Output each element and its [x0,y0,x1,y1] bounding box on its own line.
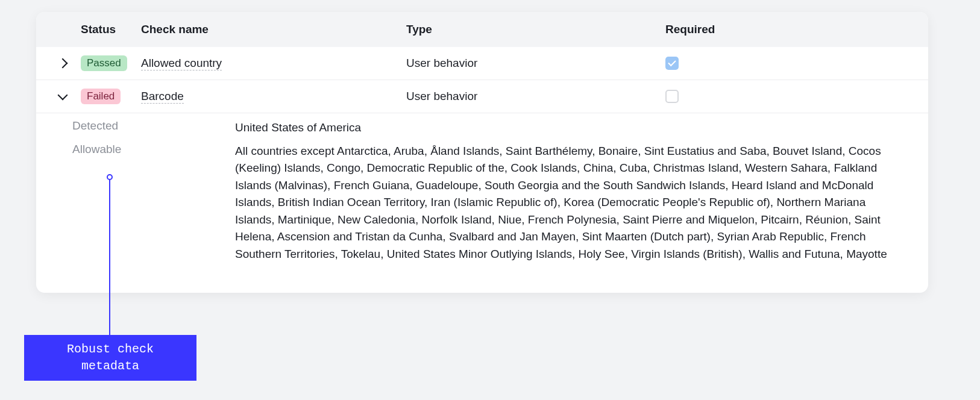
row-details: Detected United States of America Allowa… [36,113,928,293]
expand-toggle[interactable] [45,94,81,99]
table-row: Passed Allowed country User behavior [36,47,928,80]
col-status: Status [81,23,141,36]
annotation-anchor-dot [107,174,113,180]
check-type: User behavior [406,90,665,103]
status-badge: Passed [81,55,127,71]
detail-label: Allowable [72,143,235,156]
chevron-right-icon [58,58,68,69]
expand-toggle[interactable] [45,60,81,67]
required-checkbox[interactable] [665,90,679,103]
required-checkbox[interactable] [665,57,679,70]
detail-row-allowable: Allowable All countries except Antarctic… [72,143,916,263]
checks-card: Status Check name Type Required Passed A… [36,12,928,293]
annotation-leader-line [109,177,110,335]
detail-value: United States of America [235,119,916,137]
detail-label: Detected [72,119,235,133]
detail-value: All countries except Antarctica, Aruba, … [235,143,916,263]
col-required: Required [665,23,916,36]
table-row: Failed Barcode User behavior [36,80,928,113]
table-header-row: Status Check name Type Required [36,12,928,47]
check-name-link[interactable]: Allowed country [141,57,222,70]
check-type: User behavior [406,57,665,70]
chevron-down-icon [58,90,68,101]
detail-row-detected: Detected United States of America [72,119,916,137]
check-name-link[interactable]: Barcode [141,90,184,104]
col-check-name: Check name [141,23,406,36]
col-type: Type [406,23,665,36]
annotation-label: Robust check metadata [24,335,196,381]
status-badge: Failed [81,89,121,104]
